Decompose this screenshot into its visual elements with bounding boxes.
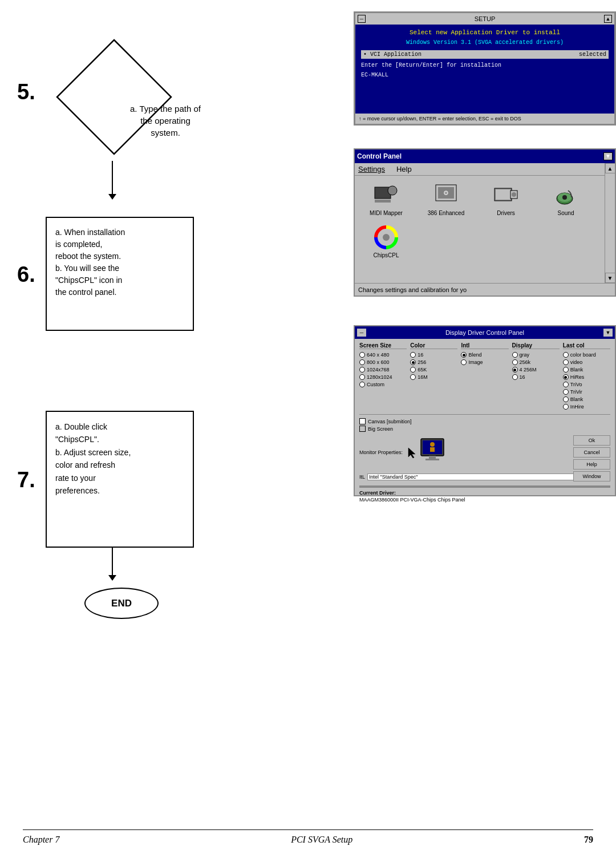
- ss3-help-btn[interactable]: Help: [573, 459, 610, 470]
- ss3-columns: Screen Size 640 x 480 800 x 600 1024x768…: [355, 339, 615, 413]
- ss3-col-color: Color 16 256 65K 16M: [410, 342, 457, 410]
- ss1-header: Select new Application Driver to install: [361, 29, 609, 36]
- ss2-icon-drivers[interactable]: Drivers: [480, 183, 532, 216]
- ss3-radio-4-256m[interactable]: 4 256M: [512, 367, 560, 373]
- ss2-scroll-up[interactable]: ▲: [605, 163, 615, 173]
- svg-rect-22: [430, 447, 435, 452]
- step6-container: 6. a. When installation is completed, re…: [0, 194, 245, 399]
- ss3-radio-1280[interactable]: 1280x1024: [359, 374, 407, 380]
- ss1-maximize-btn[interactable]: ▲: [604, 15, 612, 23]
- step6-box: a. When installation is completed, reboo…: [46, 217, 194, 331]
- ss3-radio-image[interactable]: Image: [461, 359, 508, 365]
- ss3-cancel-btn[interactable]: Cancel: [573, 447, 610, 458]
- ss3-checkbox-canvas[interactable]: Canvas [submition]: [359, 418, 610, 424]
- ss3-radio-640[interactable]: 640 x 480: [359, 352, 407, 358]
- ss3-radio-hires[interactable]: HiRes: [563, 374, 610, 380]
- step5-container: 5. a. Type the path of the operating sys…: [0, 0, 245, 205]
- ss1-minimize-btn[interactable]: ─: [358, 15, 366, 23]
- ss1-titlebar: ─ SETUP ▲: [355, 13, 614, 25]
- ss1-title: SETUP: [366, 15, 604, 22]
- ss2-icon-386-enhanced[interactable]: ⚙ 386 Enhanced: [420, 183, 472, 216]
- ss2-status-bar: Changes settings and calibration for yo: [355, 283, 615, 296]
- ss1-install-line: Enter the [Return/Enter] for installatio…: [361, 62, 609, 68]
- svg-point-10: [512, 192, 516, 197]
- page-footer: Chapter 7 PCI SVGA Setup 79: [23, 829, 593, 845]
- ss3-radio-blend[interactable]: Blend: [461, 352, 508, 358]
- end-oval: END: [84, 588, 159, 619]
- ss3-radio-blank2[interactable]: Blank: [563, 396, 610, 402]
- svg-text:⚙: ⚙: [443, 189, 449, 196]
- ss3-checkboxes: Canvas [submition] Big Screen: [355, 416, 615, 435]
- ss3-radio-16-d[interactable]: 16: [512, 374, 560, 380]
- ss3-close-btn[interactable]: ▼: [603, 329, 613, 337]
- ss3-radio-colorboard[interactable]: color board: [563, 352, 610, 358]
- ss3-radio-256k[interactable]: 256k: [512, 359, 560, 365]
- ss3-radio-1024[interactable]: 1024x768: [359, 367, 407, 373]
- step5-text: a. Type the path of the operating system…: [114, 103, 217, 139]
- ss3-ok-btn[interactable]: Ok: [573, 435, 610, 446]
- screenshot-control-panel: Control Panel ▼ Settings Help: [354, 148, 616, 297]
- step7-container: 7. a. Double click "ChipsCPL". b. Adjust…: [0, 388, 245, 673]
- flowchart: 5. a. Type the path of the operating sys…: [0, 0, 245, 685]
- screenshot-display-driver: ─ Display Driver Control Panel ▼ Screen …: [354, 325, 616, 496]
- monitor-icon: [420, 438, 448, 467]
- ss2-icon-midi-mapper[interactable]: MIDI Mapper: [360, 183, 412, 216]
- ss3-radio-16[interactable]: 16: [410, 352, 457, 358]
- svg-rect-2: [375, 200, 391, 203]
- step7-number: 7.: [17, 468, 35, 492]
- ss3-title: Display Driver Control Panel: [366, 329, 603, 336]
- ss3-radio-inhire[interactable]: InHire: [563, 404, 610, 410]
- ss3-monitor-area: [407, 438, 448, 467]
- ss2-close-btn[interactable]: ▼: [603, 152, 613, 160]
- svg-rect-20: [425, 459, 439, 460]
- ss2-scroll-down[interactable]: ▼: [605, 273, 615, 283]
- ss3-radio-16m[interactable]: 16M: [410, 374, 457, 380]
- ss3-radio-video[interactable]: video: [563, 359, 610, 365]
- step7-box: a. Double click "ChipsCPL". b. Adjust sc…: [46, 411, 194, 548]
- ss3-separator2: [359, 485, 610, 488]
- step6-number: 6.: [17, 262, 35, 287]
- footer-chapter-label: Chapter 7: [23, 835, 59, 845]
- ss2-title-text: Control Panel: [357, 152, 402, 160]
- arrow-step5-to-step6: [112, 161, 113, 195]
- svg-rect-19: [429, 456, 436, 459]
- ss3-control-menu[interactable]: ─: [357, 329, 366, 337]
- ss3-radio-blank1[interactable]: Blank: [563, 367, 610, 373]
- ss3-window-btn[interactable]: Window: [573, 471, 610, 481]
- ss3-driver-path: MAAGM386000II PCI-VGA-Chips Chips Panel: [355, 497, 615, 505]
- ss2-titlebar: Control Panel ▼: [355, 149, 615, 163]
- step5-diamond: a. Type the path of the operating system…: [51, 34, 177, 160]
- ss3-radio-trivir[interactable]: TriVir: [563, 389, 610, 395]
- ss3-col-last: Last col color board video Blank HiRes T…: [563, 342, 610, 410]
- ss3-titlebar: ─ Display Driver Control Panel ▼: [355, 326, 615, 339]
- ss2-icons-area: MIDI Mapper ⚙ 386 Enhanced: [355, 176, 615, 265]
- footer-page-number: 79: [584, 835, 593, 845]
- ss3-radio-800[interactable]: 800 x 600: [359, 359, 407, 365]
- ss3-col-display: Display gray 256k 4 256M 16: [512, 342, 560, 410]
- ss2-icon-chipscpl[interactable]: ChipsCPL: [360, 225, 412, 258]
- ss3-col-screen-size: Screen Size 640 x 480 800 x 600 1024x768…: [359, 342, 407, 410]
- ss3-radio-trivo[interactable]: TriVo: [563, 382, 610, 387]
- step5-number: 5.: [17, 80, 35, 104]
- ss3-monitor-label-area: Monitor Properties:: [359, 450, 403, 455]
- ss3-buttons: Ok Cancel Help Window: [573, 435, 610, 481]
- ss2-icon-sound[interactable]: Sound: [540, 183, 591, 216]
- ss3-radio-256[interactable]: 256: [410, 359, 457, 365]
- svg-point-21: [430, 442, 435, 447]
- ss3-checkbox-bigscreen[interactable]: Big Screen: [359, 426, 610, 432]
- ss3-current-driver-label: Current Driver:: [355, 489, 615, 497]
- ss2-menu-settings[interactable]: Settings: [358, 165, 385, 173]
- ss1-selected-row: • VCI Application selected: [361, 50, 609, 59]
- ss2-menubar: Settings Help: [355, 163, 615, 176]
- ss2-menu-help[interactable]: Help: [396, 165, 412, 173]
- ss3-radio-gray[interactable]: gray: [512, 352, 560, 358]
- ss2-midi-label: MIDI Mapper: [370, 210, 403, 216]
- ss3-radio-65k[interactable]: 65K: [410, 367, 457, 373]
- ss3-col-interlace: Intl Blend Image: [461, 342, 508, 410]
- ss1-content: Select new Application Driver to install…: [355, 25, 614, 83]
- ss3-radio-custom[interactable]: Custom: [359, 382, 407, 387]
- svg-rect-8: [496, 189, 510, 200]
- svg-point-13: [562, 195, 567, 200]
- screenshot-bios-setup: ─ SETUP ▲ Select new Application Driver …: [354, 11, 616, 126]
- ss3-monitor-input[interactable]: Intel "Standard Spec": [367, 474, 595, 480]
